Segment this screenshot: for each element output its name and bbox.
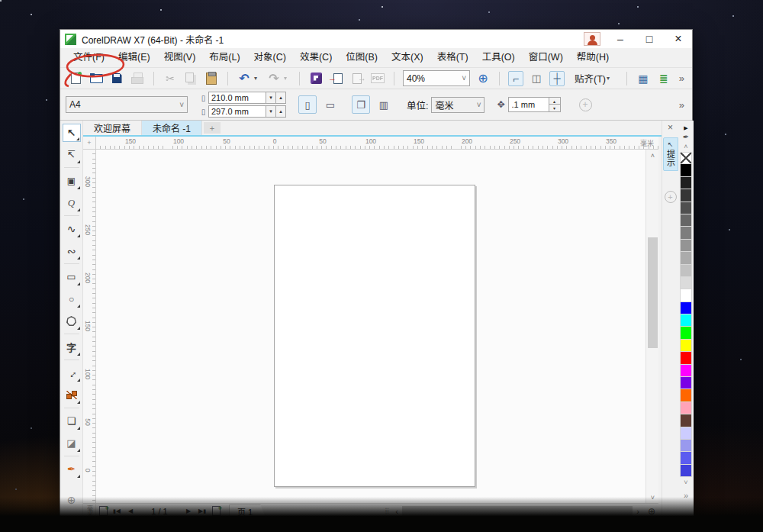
snap-crosshair-icon[interactable] [549, 71, 565, 86]
vertical-scrollbar[interactable]: ˄ ˅ [645, 150, 658, 503]
menu-item-表格T[interactable]: 表格(T) [430, 48, 475, 67]
hints-docker-tab[interactable]: ↖ 提示 [663, 137, 678, 171]
toolbox-more-icon[interactable]: » [63, 513, 81, 531]
transparency-tool[interactable] [63, 434, 81, 453]
color-swatch[interactable] [680, 302, 692, 314]
new-document-tab-button[interactable]: + [204, 122, 221, 134]
nudge-offset-field[interactable]: .1 mm [508, 97, 549, 112]
scroll-back-icon[interactable]: ‹ [109, 521, 120, 530]
drag-handle[interactable]: ⣿ [385, 508, 390, 514]
menu-item-窗口W[interactable]: 窗口(W) [522, 48, 570, 67]
undo-icon[interactable] [237, 71, 252, 86]
horizontal-scrollbar[interactable]: ‹ › [391, 505, 643, 517]
document-tab-欢迎屏幕[interactable]: 欢迎屏幕 [83, 121, 142, 135]
nudge-decrement-button[interactable]: ▾ [549, 105, 561, 112]
add-page-after-button[interactable] [209, 505, 223, 518]
color-swatch[interactable] [680, 177, 692, 189]
height-increment-button[interactable]: ▴ [276, 105, 286, 118]
freehand-tool[interactable] [63, 220, 81, 238]
zoom-fit-icon[interactable] [475, 71, 491, 86]
fill-color-swatch[interactable] [135, 521, 150, 532]
vertical-scroll-thumb[interactable] [648, 237, 658, 348]
open-icon[interactable] [89, 71, 104, 86]
color-swatch[interactable] [680, 277, 692, 289]
crop-tool[interactable] [63, 172, 81, 190]
show-page-border-icon[interactable] [508, 71, 523, 86]
toolbar-overflow-button[interactable]: » [679, 73, 684, 84]
menu-item-工具O[interactable]: 工具(O) [475, 48, 522, 67]
connector-tool[interactable] [63, 386, 81, 405]
preview-mode-icon[interactable] [529, 71, 544, 86]
color-swatch[interactable] [680, 327, 692, 339]
color-swatch[interactable] [680, 164, 692, 176]
menu-item-编辑E[interactable]: 编辑(E) [111, 48, 157, 67]
color-swatch[interactable] [680, 389, 692, 401]
color-swatch[interactable] [680, 402, 692, 414]
shape-tool[interactable] [63, 146, 81, 164]
close-button[interactable]: × [669, 32, 687, 46]
status-scroll-icon[interactable]: › [629, 521, 633, 530]
nudge-increment-button[interactable]: ▴ [549, 97, 561, 105]
artistic-media-tool[interactable] [63, 242, 81, 260]
menu-item-文本X[interactable]: 文本(X) [385, 48, 430, 67]
undo-dropdown-icon[interactable]: ▾ [254, 75, 261, 82]
save-icon[interactable] [109, 71, 124, 86]
color-swatch[interactable] [680, 440, 692, 452]
current-page-layout-button[interactable]: ▥ [375, 95, 393, 114]
color-swatch[interactable] [680, 365, 692, 377]
menu-item-对象C[interactable]: 对象(C) [247, 48, 293, 67]
menu-item-帮助H[interactable]: 帮助(H) [570, 48, 616, 67]
color-swatch[interactable] [680, 189, 692, 202]
drop-shadow-tool[interactable] [63, 412, 81, 430]
pick-tool[interactable] [63, 124, 81, 142]
add-property-icon[interactable]: + [579, 98, 592, 111]
no-color-swatch[interactable] [680, 152, 692, 164]
customize-icon[interactable] [656, 71, 671, 86]
color-swatch[interactable] [680, 214, 692, 227]
portrait-button[interactable]: ▯ [298, 95, 317, 114]
menu-item-视图V[interactable]: 视图(V) [157, 48, 203, 67]
horizontal-scroll-thumb[interactable] [402, 506, 633, 516]
toolbox-customize-icon[interactable]: ⊕ [63, 491, 81, 509]
color-swatch[interactable] [680, 202, 692, 214]
color-swatch[interactable] [680, 314, 692, 327]
text-tool[interactable] [63, 338, 81, 356]
import-icon[interactable] [329, 71, 344, 86]
polygon-tool[interactable] [63, 312, 81, 330]
first-page-button[interactable]: ◀ [110, 505, 124, 518]
color-swatch[interactable] [680, 352, 692, 364]
width-decrement-button[interactable]: ▾ [266, 92, 276, 104]
color-swatch[interactable] [680, 427, 692, 440]
color-swatch[interactable] [680, 265, 692, 277]
page-size-preset-select[interactable]: A4 ˅ [66, 96, 188, 113]
color-swatch[interactable] [680, 240, 692, 252]
next-page-button[interactable]: ▶ [182, 505, 195, 518]
paste-icon[interactable] [204, 71, 219, 86]
last-page-button[interactable]: ▶ [195, 505, 209, 518]
landscape-button[interactable]: ▭ [321, 95, 340, 114]
color-swatch[interactable] [680, 252, 692, 264]
palette-options-icon[interactable]: ▶ [684, 125, 687, 131]
zoom-tool[interactable] [63, 194, 81, 212]
account-sign-in-icon[interactable] [584, 32, 600, 46]
propbar-overflow-button[interactable]: » [679, 99, 684, 111]
rectangle-tool[interactable] [63, 268, 81, 286]
color-swatch[interactable] [680, 465, 692, 477]
new-document-icon[interactable] [68, 71, 83, 86]
navigator-icon[interactable]: ⊕ [645, 506, 658, 517]
document-tab-未命名 -1[interactable]: 未命名 -1 [142, 121, 202, 135]
add-page-before-button[interactable] [96, 505, 110, 518]
units-select[interactable]: 毫米 ˅ [431, 97, 485, 113]
status-overflow-icon[interactable]: » [643, 521, 648, 530]
maximize-button[interactable]: □ [640, 32, 658, 46]
page-height-field[interactable]: 297.0 mm [208, 105, 266, 118]
app-launcher-icon[interactable] [308, 71, 324, 86]
options-icon[interactable] [636, 71, 651, 86]
drawing-area[interactable] [96, 150, 645, 503]
color-swatch[interactable] [680, 227, 692, 239]
scroll-right-icon[interactable]: › [633, 507, 643, 516]
previous-page-button[interactable]: ◀ [124, 505, 137, 518]
palette-expand-icon[interactable]: » [684, 491, 688, 500]
scroll-down-icon[interactable]: ˅ [646, 492, 659, 503]
page-tab[interactable]: 页 1 [229, 505, 266, 518]
